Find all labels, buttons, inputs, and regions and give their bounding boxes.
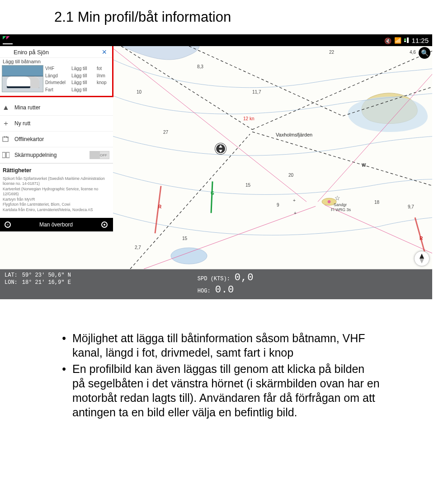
mob-aim-icon [101, 221, 108, 228]
spec-add-links[interactable]: Lägg till Lägg till Lägg till Lägg till [71, 65, 97, 93]
depth-label: 9 [277, 203, 279, 207]
attribution-line: Kartvyn från MyVR [3, 197, 109, 202]
bullet-item: Möjlighet att lägga till båtinformation … [72, 331, 380, 360]
section-heading: 2.1 Min profil/båt information [0, 0, 434, 34]
spec-units: fot l/nm knop [97, 65, 109, 93]
speed-label: 12 kn [243, 116, 254, 121]
mute-icon [384, 37, 392, 44]
sidebar-item-label: Mina rutter [14, 104, 40, 111]
depth-label: 11,7 [252, 89, 261, 94]
channel-mark-r: R [420, 236, 423, 241]
description-bullets: Möjlighet att lägga till båtinformation … [54, 331, 380, 419]
sidebar-item-label: Offlinekartor [14, 136, 44, 142]
lon-label: LON: [5, 279, 18, 286]
svg-text:+: + [7, 136, 9, 139]
split-toggle[interactable]: OFF [90, 151, 109, 159]
area-name: Vaxholmsfjärden [276, 132, 312, 137]
mob-aim-icon [5, 221, 11, 228]
split-screen-icon [2, 151, 10, 159]
sidebar-item-label: Ny rutt [14, 120, 30, 127]
channel-mark-g: G [211, 191, 214, 196]
side-panel: Eniro på Sjön × Lägg till båtnamn VHF Lä… [0, 46, 113, 231]
spd-value: 0,0 [235, 272, 254, 283]
wifi-icon: 📶 [394, 37, 401, 44]
sidebar-item-label: Skärmuppdelning [14, 152, 57, 158]
attribution-title: Rättigheter [3, 167, 109, 174]
sidebar-item-split-screen[interactable]: Skärmuppdelning OFF [0, 147, 113, 163]
lat-label: LAT: [5, 272, 18, 278]
app-indicator-icon [3, 36, 13, 44]
status-time: 11:25 [411, 37, 429, 44]
battery-icon [404, 38, 409, 43]
light-star-icon: ☆ [335, 194, 340, 202]
depth-label: 22 [329, 50, 334, 55]
light-name: Sandgr [334, 203, 347, 207]
routes-icon: ▲ [2, 104, 10, 112]
depth-label: 18 [374, 200, 379, 205]
svg-line-4 [155, 186, 161, 233]
svg-point-2 [328, 200, 330, 203]
app-screenshot: 📶 11:25 [0, 34, 432, 299]
channel-mark-w: W [362, 163, 366, 168]
attribution-line: Flygfoton från Lantmäteriet, Blom, Cowi [3, 202, 109, 207]
search-button[interactable]: 🔍 [419, 47, 430, 59]
bullet-item: En profilbild kan även läggas till genom… [72, 362, 380, 419]
attribution-line: Sjökort från Sjöfartsverket (Swedish Mar… [3, 176, 109, 187]
sidebar-item-new-route[interactable]: ＋ Ny rutt [0, 116, 113, 132]
svg-line-3 [211, 181, 212, 213]
depth-label: 2,7 [135, 245, 141, 250]
depth-label: 4,6 [410, 50, 416, 55]
mob-label: Man överbord [39, 221, 73, 228]
profile-highlight-box: Eniro på Sjön × Lägg till båtnamn VHF Lä… [0, 46, 113, 97]
spec-labels: VHF Längd Drivmedel Fart [45, 65, 71, 93]
man-overboard-bar[interactable]: Man överbord [0, 218, 113, 231]
channel-mark-r: R [158, 204, 161, 209]
depth-label: 15 [182, 236, 187, 241]
svg-rect-8 [2, 152, 5, 158]
attribution-block: Rättigheter Sjökort från Sjöfartsverket … [0, 163, 113, 218]
magnifier-icon: 🔍 [421, 49, 429, 57]
depth-label: 10 [137, 89, 142, 94]
compass-button[interactable] [414, 251, 429, 266]
hog-label: HOG: [198, 288, 211, 294]
spd-label: SPD (KTS): [198, 276, 230, 282]
close-panel-button[interactable]: × [102, 48, 107, 56]
lat-value: 59° 23' 50,6" N [22, 272, 71, 278]
status-left [3, 36, 13, 44]
svg-point-1 [171, 248, 207, 264]
hog-value: 0.0 [215, 284, 235, 296]
boat-photo[interactable] [2, 65, 43, 92]
app-title: Eniro på Sjön [14, 49, 49, 56]
cross-mark: + [294, 211, 297, 216]
map-cursor-icon [215, 143, 226, 154]
sidebar-item-offline-maps[interactable]: + Offlinekartor [0, 132, 113, 147]
depth-label: 20 [288, 173, 293, 178]
depth-label: 9,7 [408, 204, 414, 209]
lon-value: 18° 21' 16,9" E [22, 279, 71, 286]
attribution-line: Kartdata från Eniro, Lantmäteriet/Metria… [3, 207, 109, 212]
android-status-bar: 📶 11:25 [0, 34, 432, 46]
depth-label: 15 [245, 183, 250, 188]
depth-label: 8,3 [197, 64, 203, 69]
depth-label: 27 [163, 130, 168, 135]
add-boat-name[interactable]: Lägg till båtnamn [0, 59, 109, 64]
light-char: Fl WRG 3s [331, 207, 351, 212]
offline-maps-icon: + [2, 135, 10, 143]
cross-mark: + [293, 198, 296, 203]
plus-icon: ＋ [2, 119, 10, 127]
attribution-line: Kartverket (Norwegian Hydrographic Servi… [3, 187, 109, 197]
position-data-bar: LAT: 59° 23' 50,6" N LON: 18° 21' 16,9" … [0, 269, 432, 299]
svg-rect-9 [6, 152, 9, 158]
sidebar-item-routes[interactable]: ▲ Mina rutter [0, 100, 113, 116]
